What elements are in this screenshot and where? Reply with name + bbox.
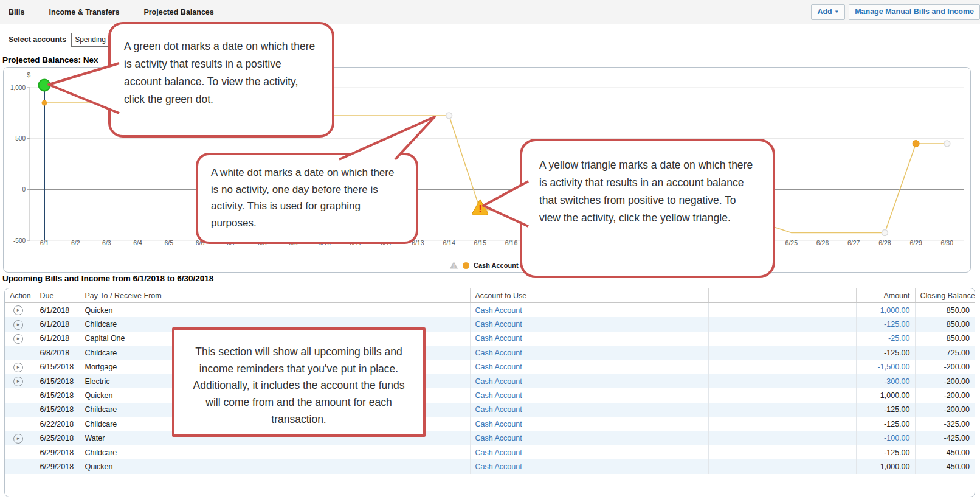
account-link[interactable]: Cash Account [470,332,708,346]
tab-projected-balances[interactable]: Projected Balances [143,8,213,16]
cash-account-legend-label: Cash Account [474,262,519,269]
amount-cell: -125.00 [856,445,915,459]
tab-income-transfers[interactable]: Income & Transfers [49,8,119,16]
spacer-cell [708,459,856,473]
column-header-amount[interactable]: Amount [856,288,915,303]
table-row[interactable]: ▸6/1/2018Capital OneCash Account-25.0085… [5,332,975,346]
select-accounts-label[interactable]: Select accounts [0,35,71,44]
warning-triangle-icon: ! [449,261,458,270]
action-cell [5,459,35,473]
white-dot-marker [882,229,888,235]
action-button[interactable]: ▸ [13,363,23,372]
action-cell: ▸ [5,303,35,318]
chart-section-title: Projected Balances: Nex [2,55,98,64]
account-link[interactable]: Cash Account [470,346,708,360]
table-row[interactable]: 6/15/2018QuickenCash Account1,000.00-200… [5,388,975,402]
svg-text:6/2: 6/2 [71,239,80,246]
action-cell [5,417,35,431]
closing-balance-cell: -200.00 [915,388,975,402]
svg-text:!: ! [478,204,481,214]
action-button[interactable]: ▸ [13,334,23,344]
spacer-cell [708,388,856,402]
svg-text:0: 0 [22,186,26,193]
due-cell: 6/15/2018 [35,403,80,417]
amount-cell: -125.00 [856,317,915,331]
white-dot-marker [944,141,950,147]
svg-text:6/28: 6/28 [878,239,891,246]
white-dot-marker [446,113,452,119]
account-link[interactable]: Cash Account [470,403,708,417]
account-link[interactable]: Cash Account [470,388,708,402]
amount-cell: -25.00 [856,332,915,346]
chart-legend: ! Cash Account [449,261,519,270]
spacer-cell [708,360,856,374]
amount-cell: 1,000.00 [856,459,915,473]
due-cell: 6/1/2018 [35,303,80,318]
action-cell [5,403,35,417]
due-cell: 6/8/2018 [35,346,80,360]
table-row[interactable]: ▸6/1/2018ChildcareCash Account-125.00850… [5,317,975,331]
account-link[interactable]: Cash Account [470,417,708,431]
green-dot-callout-text: A green dot marks a date on which there … [124,38,319,108]
action-button[interactable]: ▸ [13,434,23,444]
account-link[interactable]: Cash Account [470,374,708,388]
table-row[interactable]: ▸6/25/2018WaterCash Account-100.00-425.0… [5,431,975,445]
action-button[interactable]: ▸ [13,320,23,330]
spacer-cell [708,346,856,360]
amount-cell: -1,500.00 [856,360,915,374]
tab-bills[interactable]: Bills [9,8,24,16]
spacer-cell [708,403,856,417]
upcoming-bills-table: Action Due Pay To / Receive From Account… [5,288,975,474]
svg-text:6/25: 6/25 [785,239,798,246]
column-header-action[interactable]: Action [5,288,35,303]
spacer-cell [708,431,856,445]
table-row[interactable]: 6/15/2018ChildcareCash Account-125.00-20… [5,403,975,417]
table-row[interactable]: 6/29/2018ChildcareCash Account-125.00450… [5,445,975,459]
svg-text:$: $ [27,71,30,78]
closing-balance-cell: -200.00 [915,403,975,417]
svg-text:500: 500 [15,135,26,142]
action-button[interactable]: ▸ [13,305,23,315]
table-row[interactable]: ▸6/1/2018QuickenCash Account1,000.00850.… [5,303,975,318]
closing-balance-cell: -200.00 [915,360,975,374]
column-header-payee[interactable]: Pay To / Receive From [80,288,470,303]
account-link[interactable]: Cash Account [470,459,708,473]
svg-text:6/14: 6/14 [443,239,455,246]
due-cell: 6/1/2018 [35,317,80,331]
svg-text:6/5: 6/5 [164,239,173,246]
table-row[interactable]: 6/8/2018ChildcareCash Account-125.00725.… [5,346,975,360]
spacer-cell [708,374,856,388]
amount-cell: -300.00 [856,374,915,388]
account-link[interactable]: Cash Account [470,303,708,318]
svg-text:-500: -500 [13,237,26,244]
due-cell: 6/1/2018 [35,332,80,346]
manage-manual-bills-button[interactable]: Manage Manual Bills and Income [849,4,980,20]
account-filter-row: Select accounts Spending [0,32,125,47]
column-header-due[interactable]: Due [35,288,80,303]
column-header-closing-balance[interactable]: Closing Balance [915,288,975,303]
column-header-account[interactable]: Account to Use [470,288,708,303]
spacer-cell [708,317,856,331]
due-cell: 6/15/2018 [35,360,80,374]
account-link[interactable]: Cash Account [470,431,708,445]
account-link[interactable]: Cash Account [470,360,708,374]
table-row[interactable]: 6/29/2018QuickenCash Account1,000.00450.… [5,459,975,473]
action-button[interactable]: ▸ [13,377,23,386]
amount-cell: 1,000.00 [856,303,915,318]
payee-cell: Childcare [80,445,470,459]
table-row[interactable]: ▸6/15/2018MortgageCash Account-1,500.00-… [5,360,975,374]
add-button[interactable]: Add ▼ [811,4,845,20]
table-row[interactable]: ▸6/15/2018ElectricCash Account-300.00-20… [5,374,975,388]
cash-account-legend-dot [463,262,469,269]
account-link[interactable]: Cash Account [470,317,708,331]
action-cell: ▸ [5,374,35,388]
account-link[interactable]: Cash Account [470,445,708,459]
amount-cell: -125.00 [856,346,915,360]
top-navigation-bar: Bills Income & Transfers Projected Balan… [0,0,980,24]
payee-cell: Quicken [80,459,470,473]
table-section-title: Upcoming Bills and Income from 6/1/2018 … [2,274,213,283]
white-dot-callout-text: A white dot marks a date on which there … [211,164,403,231]
svg-text:!: ! [453,263,455,269]
table-row[interactable]: 6/22/2018ChildcareCash Account-125.00-32… [5,417,975,431]
upcoming-bills-table-panel: Action Due Pay To / Receive From Account… [4,288,975,497]
